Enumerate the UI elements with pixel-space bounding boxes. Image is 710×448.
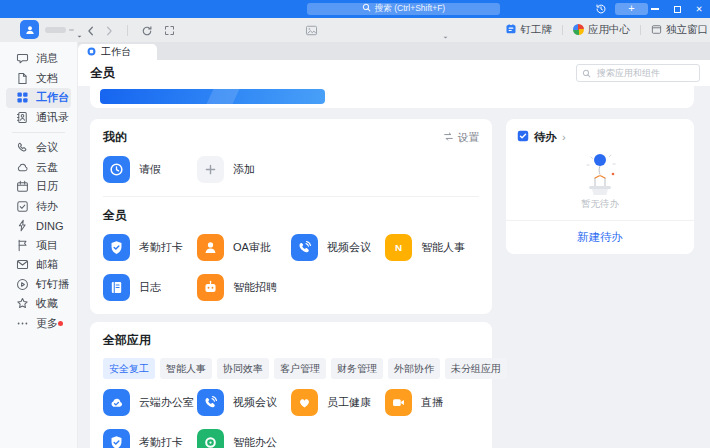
tab-label: 工作台: [101, 45, 131, 59]
mail-icon: [16, 258, 29, 271]
app-search-input[interactable]: [595, 67, 694, 79]
app-label: 请假: [139, 162, 161, 177]
toolbar-item-badge[interactable]: 钉工牌: [495, 23, 563, 37]
app-tile-phone[interactable]: 视频会议: [291, 234, 385, 261]
window-icon: [651, 24, 662, 37]
sidebar-item-label: 日历: [36, 179, 58, 194]
sidebar-item-play[interactable]: 钉钉播: [6, 275, 71, 295]
journal-icon: [103, 274, 130, 301]
sidebar-item-label: 收藏: [36, 296, 58, 311]
todo-empty-text: 暂无待办: [517, 198, 683, 211]
user-name-redacted: [45, 27, 66, 33]
history-button[interactable]: [594, 3, 608, 15]
sidebar-item-label: 邮箱: [36, 257, 58, 272]
sidebar-item-contacts[interactable]: 通讯录: [6, 108, 71, 128]
maximize-button[interactable]: [672, 4, 682, 14]
filter-chip[interactable]: 未分组应用: [445, 358, 507, 379]
filter-chip[interactable]: 协同效率: [217, 358, 269, 379]
caret-down-icon[interactable]: [76, 26, 83, 44]
cloud-drive-icon: [16, 161, 29, 174]
sidebar-item-mail[interactable]: 邮箱: [6, 255, 71, 275]
settings-label: 设置: [458, 131, 479, 145]
new-tab-button[interactable]: +: [615, 3, 648, 15]
chevron-down-icon[interactable]: [442, 27, 449, 45]
filter-chip[interactable]: 外部协作: [388, 358, 440, 379]
toolbar-item-app-center[interactable]: 应用中心: [563, 23, 640, 37]
notification-dot: [58, 321, 63, 326]
close-button[interactable]: [694, 4, 704, 14]
sidebar-item-grid[interactable]: 工作台: [6, 88, 71, 108]
back-button[interactable]: [84, 24, 97, 37]
right-column: 待办 ›: [506, 119, 694, 254]
star-icon: [16, 297, 29, 310]
my-section-header: 我的 设置: [103, 129, 479, 146]
app-label: 考勤打卡: [139, 240, 183, 255]
app-tile-robot[interactable]: 智能招聘: [197, 274, 291, 301]
minimize-button[interactable]: [650, 4, 660, 14]
user-name-redacted-short: [69, 29, 74, 31]
sidebar-item-cloud-drive[interactable]: 云盘: [6, 158, 71, 178]
create-todo-button[interactable]: 新建待办: [517, 221, 683, 245]
window-controls: [650, 0, 704, 18]
app-tile-ring[interactable]: 智能办公: [197, 429, 291, 448]
sidebar-item-ding[interactable]: DING: [6, 216, 71, 236]
app-tile-shield-check[interactable]: 考勤打卡: [103, 429, 197, 448]
app-tile-live[interactable]: 直播: [385, 389, 479, 416]
tab-workbench[interactable]: 工作台: [78, 44, 157, 60]
clock-icon: [103, 156, 130, 183]
app-label: 智能招聘: [233, 280, 277, 295]
sidebar-item-label: 项目: [36, 238, 58, 253]
phone-icon: [197, 389, 224, 416]
filter-chip[interactable]: 安全复工: [103, 358, 155, 379]
sidebar-item-star[interactable]: 收藏: [6, 294, 71, 314]
expand-button[interactable]: [163, 24, 176, 37]
sidebar-item-chat[interactable]: 消息: [6, 49, 71, 69]
workbench-scroll[interactable]: 我的 设置 请假添加 全员 考勤打卡OA审批视频会议N智能人事日志智能招聘: [78, 86, 710, 448]
filter-chip[interactable]: 智能人事: [160, 358, 212, 379]
refresh-button[interactable]: [140, 24, 153, 37]
sidebar-item-calendar[interactable]: 日历: [6, 177, 71, 197]
sidebar-item-label: 通讯录: [36, 110, 69, 125]
robot-icon: [197, 274, 224, 301]
app-window: 搜索 (Ctrl+Shift+F) + 钉工牌应用中心独立窗口 消息文档工作台通…: [0, 0, 710, 448]
app-tile-cloud[interactable]: 云端办公室: [103, 389, 197, 416]
shield-check-icon: [103, 234, 130, 261]
app-tile-journal[interactable]: 日志: [103, 274, 197, 301]
filter-chip[interactable]: 财务管理: [331, 358, 383, 379]
global-search-button[interactable]: 搜索 (Ctrl+Shift+F): [307, 3, 500, 15]
settings-button[interactable]: 设置: [443, 131, 479, 145]
app-tile-heart[interactable]: 员工健康: [291, 389, 385, 416]
sidebar-item-more[interactable]: 更多: [6, 314, 71, 334]
global-search-placeholder: 搜索 (Ctrl+Shift+F): [375, 3, 445, 15]
app-tile-letter-n[interactable]: N智能人事: [385, 234, 479, 261]
app-tile-clock[interactable]: 请假: [103, 156, 197, 183]
divider: [103, 196, 479, 197]
image-icon[interactable]: [305, 23, 318, 41]
app-tile-plus[interactable]: 添加: [197, 156, 291, 183]
sidebar-item-label: 会议: [36, 140, 58, 155]
cards-row: 我的 设置 请假添加 全员 考勤打卡OA审批视频会议N智能人事日志智能招聘: [90, 119, 694, 448]
toolbar-item-window[interactable]: 独立窗口: [641, 23, 710, 37]
app-label: 直播: [421, 395, 443, 410]
app-label: 视频会议: [233, 395, 277, 410]
members-section-title: 全员: [103, 207, 479, 224]
app-search-box[interactable]: [576, 64, 700, 82]
user-avatar[interactable]: [20, 20, 39, 39]
app-tile-person[interactable]: OA审批: [197, 234, 291, 261]
app-tile-shield-check[interactable]: 考勤打卡: [103, 234, 197, 261]
sidebar-item-todo[interactable]: 待办: [6, 197, 71, 217]
forward-button[interactable]: [102, 24, 115, 37]
toolbar-item-label: 应用中心: [588, 23, 630, 37]
main-area: 消息文档工作台通讯录 会议云盘日历待办DING项目邮箱钉钉播收藏更多 工作台 全…: [0, 42, 710, 448]
filter-chip[interactable]: 客户管理: [274, 358, 326, 379]
todo-panel-header[interactable]: 待办 ›: [517, 128, 683, 146]
app-tile-phone[interactable]: 视频会议: [197, 389, 291, 416]
app-label: 云端办公室: [139, 395, 194, 410]
play-icon: [16, 278, 29, 291]
sidebar-item-project[interactable]: 项目: [6, 236, 71, 256]
sidebar-item-meeting[interactable]: 会议: [6, 138, 71, 158]
banner[interactable]: [100, 89, 325, 104]
shield-check-icon: [103, 429, 130, 448]
calendar-icon: [16, 180, 29, 193]
sidebar-item-document[interactable]: 文档: [6, 69, 71, 89]
